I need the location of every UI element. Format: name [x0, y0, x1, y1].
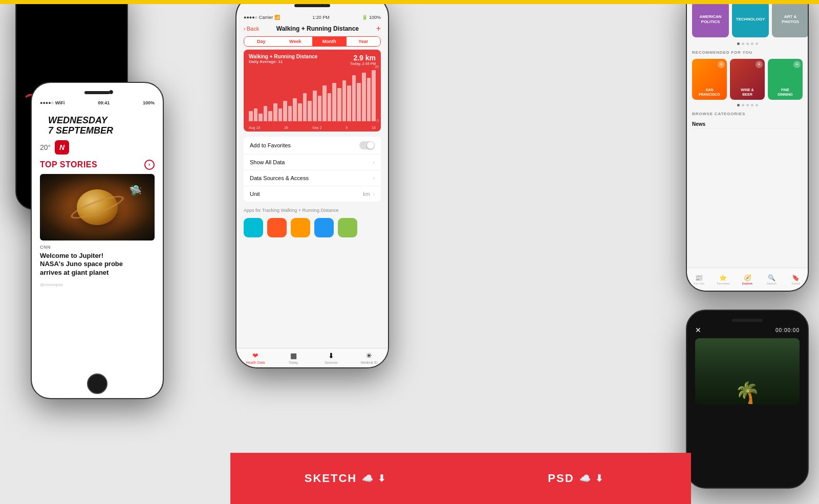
- add-san-francisco[interactable]: +: [718, 61, 725, 68]
- app-icon-1[interactable]: [244, 218, 263, 237]
- health-menu: Add to Favorites Show All Data › Data So…: [244, 137, 381, 202]
- phone-app: AMERICANPOLITICS TECHNOLOGY ART &PHOTOS …: [686, 0, 809, 292]
- category-art-photos[interactable]: ART &PHOTOS: [772, 2, 808, 37]
- app-tab-search[interactable]: 🔍 Search: [760, 268, 784, 291]
- chevron-icon-3: ›: [373, 191, 375, 197]
- health-battery: 🔋 100%: [362, 15, 381, 20]
- sketch-download-button[interactable]: SKETCH ☁️ ⬇: [230, 453, 461, 504]
- app-bottom-bar: 📰 For You ⭐ Favorites 🧭 Explore 🔍 Search…: [687, 268, 808, 291]
- dot2-3: [746, 104, 749, 106]
- apps-section: Apps for Tracking Walking + Running Dist…: [244, 208, 381, 237]
- dot-4: [751, 42, 753, 45]
- tab-today[interactable]: ▦ Today: [274, 352, 312, 364]
- tab-week[interactable]: Week: [278, 37, 313, 46]
- app-tab-explore[interactable]: 🧭 Explore: [735, 268, 759, 291]
- app-icon-4[interactable]: [314, 218, 334, 237]
- sources-label: Sources: [325, 361, 338, 364]
- chart-title: Walking + Running Distance: [249, 54, 317, 59]
- psd-label: PSD: [548, 472, 574, 485]
- app-icons-row: [244, 218, 381, 237]
- carousel-dots: [687, 40, 808, 47]
- category-technology[interactable]: TECHNOLOGY: [732, 2, 769, 37]
- dot2-1: [737, 104, 740, 106]
- dot2-5: [756, 104, 758, 106]
- rec-label-wine: WINE &BEER: [741, 88, 753, 97]
- dot-3: [746, 42, 749, 45]
- medical-id-label: Medical ID: [360, 361, 377, 364]
- add-wine-beer[interactable]: +: [756, 61, 763, 68]
- search-icon: 🔍: [768, 274, 775, 281]
- phone-speaker-video: [732, 319, 763, 322]
- favorites-toggle[interactable]: [359, 141, 375, 149]
- rec-san-francisco[interactable]: + SANFRANCISCO: [692, 59, 727, 100]
- sketch-label: SKETCH: [305, 472, 357, 485]
- chevron-icon-2: ›: [373, 176, 375, 181]
- chart-timestamp: Today, 2:45 PM: [350, 62, 376, 65]
- time-tab-bar: Day Week Month Year: [244, 36, 381, 47]
- news-headline: Welcome to Jupiter!NASA's Juno space pro…: [32, 251, 163, 282]
- explore-icon: 🧭: [744, 274, 751, 281]
- app-icon-2[interactable]: [267, 218, 287, 237]
- app-tab-favorites[interactable]: ⭐ Favorites: [711, 268, 735, 291]
- tab-month[interactable]: Month: [312, 37, 347, 46]
- app-icon-3[interactable]: [291, 218, 310, 237]
- browse-heading: BROWSE CATEGORIES: [687, 108, 808, 118]
- battery-icon: 100%: [143, 100, 155, 105]
- news-date: WEDNESDAY7 SEPTEMBER: [40, 111, 121, 138]
- tab-sources[interactable]: ⬇ Sources: [312, 352, 350, 364]
- show-all-data-item[interactable]: Show All Data ›: [244, 155, 381, 170]
- carousel-dots-2: [687, 102, 808, 108]
- health-status-bar: ●●●●○ Carrier 📶 1:20 PM 🔋 100%: [236, 14, 388, 21]
- tab-year[interactable]: Year: [347, 37, 381, 46]
- browse-categories: News: [687, 118, 808, 130]
- psd-download-button[interactable]: PSD ☁️ ⬇: [461, 453, 691, 504]
- health-data-icon: ❤: [252, 352, 258, 360]
- add-fine-dining[interactable]: +: [793, 61, 801, 68]
- apps-section-title: Apps for Tracking Walking + Running Dist…: [244, 208, 381, 214]
- category-politics[interactable]: AMERICANPOLITICS: [692, 2, 729, 37]
- data-sources-item[interactable]: Data Sources & Access ›: [244, 170, 381, 186]
- rec-wine-beer[interactable]: + WINE &BEER: [730, 59, 765, 100]
- chevron-icon: ›: [373, 160, 375, 165]
- space-probe: 🛸: [129, 184, 142, 196]
- health-nav-bar: ‹ Back Walking + Running Distance +: [236, 21, 388, 36]
- app-screen: AMERICANPOLITICS TECHNOLOGY ART &PHOTOS …: [687, 0, 808, 291]
- video-top-bar: ✕ 00:00:00: [687, 311, 808, 338]
- sources-icon: ⬇: [328, 352, 334, 360]
- app-icon-5[interactable]: [338, 218, 357, 237]
- chart-y-min: 0: [377, 119, 379, 122]
- for-you-label: For You: [694, 282, 704, 285]
- phone-health: ●●●●○ Carrier 📶 1:20 PM 🔋 100% ‹ Back Wa…: [235, 0, 389, 368]
- temperature: 20°: [40, 143, 51, 151]
- phone-home-news[interactable]: [87, 374, 107, 394]
- tab-medical-id[interactable]: ✳ Medical ID: [350, 352, 388, 364]
- top-border: [0, 0, 819, 4]
- health-time: 1:20 PM: [312, 15, 330, 20]
- health-bottom-bar: ❤ Health Data ▦ Today ⬇ Sources ✳ Medica…: [236, 348, 388, 367]
- add-button[interactable]: +: [376, 24, 381, 33]
- chart-y-max: 25: [375, 65, 379, 69]
- chart-x-labels: Aug 19 26 Sep 2 9 16: [249, 126, 376, 129]
- browse-news-label[interactable]: News: [692, 120, 803, 128]
- download-buttons-section: SKETCH ☁️ ⬇ PSD ☁️ ⬇: [230, 453, 691, 504]
- palm-tree-icon: 🌴: [735, 381, 760, 405]
- sketch-cloud-icon: ☁️ ⬇: [362, 473, 386, 484]
- dot-5: [756, 42, 758, 45]
- rec-fine-dining[interactable]: + FINEDINNING: [768, 59, 803, 100]
- app-tab-saved[interactable]: 🔖 Saved: [784, 268, 808, 291]
- close-video-icon[interactable]: ✕: [695, 326, 701, 334]
- unit-item[interactable]: Unit km ›: [244, 186, 381, 202]
- tab-day[interactable]: Day: [244, 37, 278, 46]
- news-source: CNN: [32, 240, 163, 251]
- recommended-heading: RECOMMENDED FOR YOU: [687, 47, 808, 57]
- explore-label: Explore: [742, 282, 752, 285]
- tab-health-data[interactable]: ❤ Health Data: [236, 352, 274, 364]
- stories-arrow-icon[interactable]: ›: [144, 160, 155, 170]
- app-tab-for-you[interactable]: 📰 For You: [687, 268, 711, 291]
- add-favorites-item[interactable]: Add to Favorites: [244, 137, 381, 155]
- favorites-icon: ⭐: [719, 274, 727, 281]
- search-label: Search: [767, 282, 777, 285]
- phone-news: ●●●●○ WiFi 09:41 100% WEDNESDAY7 SEPTEMB…: [31, 82, 164, 399]
- recommended-row: + SANFRANCISCO + WINE &BEER + FINEDINNIN…: [687, 57, 808, 102]
- back-button[interactable]: ‹ Back: [244, 26, 259, 32]
